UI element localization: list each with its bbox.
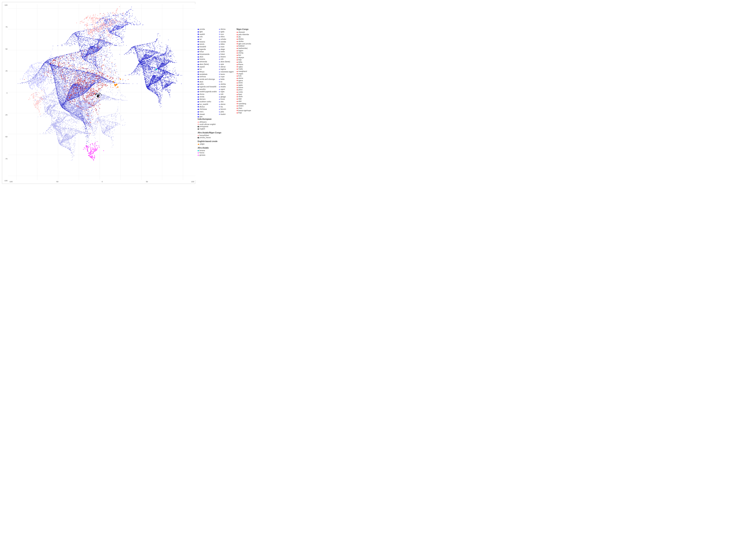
- legend-item-label: yoruba: [199, 28, 205, 31]
- legend-item: okirika: [219, 83, 235, 86]
- legend-item: etche: [237, 82, 252, 84]
- legend-item: luhya: [198, 51, 217, 53]
- legend-item-label: esan: [221, 46, 225, 48]
- legend-niger-congo-section: yorubaigboswahilizulutwitswanaisizulukis…: [198, 28, 257, 157]
- legend-item: ika: [219, 106, 235, 108]
- legend-dot-shape: [219, 76, 220, 77]
- legend-dot-shape: [219, 86, 220, 88]
- legend-dot-shape: [219, 39, 220, 40]
- y-axis-labels: 100 75 50 25 0 -25 -50 -75 -100: [2, 2, 8, 184]
- legend-aa: boranahausagerawa: [198, 150, 221, 157]
- legend-ec: pidgin: [198, 143, 221, 145]
- legend-item: akan: [198, 56, 217, 58]
- legend-item-label: siswati: [199, 113, 205, 116]
- legend-item: isixhosa: [198, 76, 217, 78]
- legend-item-label: anang: [238, 52, 243, 54]
- legend-dot-shape: [198, 29, 199, 30]
- legend-item: anang: [237, 52, 252, 54]
- legend-dot-shape: [237, 101, 238, 102]
- legend-item: yala mbembe: [237, 34, 252, 36]
- legend-dot-shape: [237, 55, 238, 56]
- legend-item-label: sotho: [199, 83, 204, 86]
- legend-item-label: swahili juganda arabic: [199, 91, 217, 93]
- legend-item-label: angas: [238, 73, 243, 75]
- legend-item: tagima: [219, 68, 235, 71]
- legend-item: epie: [219, 63, 235, 66]
- legend-dot-shape: [219, 56, 220, 58]
- legend-item: okirika: [237, 40, 252, 43]
- legend-item-label: etsako: [221, 86, 226, 88]
- legend-item: sepedi: [198, 66, 217, 68]
- legend-item: (awlnembe): [237, 47, 252, 50]
- legend-dot-shape: [198, 31, 199, 33]
- legend-item: nupe: [219, 76, 235, 78]
- legend-item: ibibio: [219, 43, 235, 46]
- legend-dot-shape: [198, 81, 199, 82]
- legend-item-label: benin: [221, 73, 225, 76]
- legend-item: jukun: [237, 89, 252, 91]
- legend-item: yoruba_hausa: [198, 137, 221, 139]
- legend-item-label: venda: [199, 96, 204, 98]
- y-label-0: 0: [2, 92, 7, 94]
- legend-dot-shape: [198, 106, 199, 107]
- legend-item: delta: [237, 61, 252, 63]
- legend-dot-shape: [198, 51, 199, 52]
- legend-item-label: eleme: [238, 77, 243, 80]
- y-label-100: 100: [2, 4, 7, 6]
- legend-dot-shape: [237, 32, 238, 33]
- legend-item: chichewa: [198, 108, 217, 111]
- legend-dot-shape: [237, 50, 238, 51]
- legend-item-label: ibibio: [221, 43, 225, 46]
- legend-dot-shape: [219, 41, 220, 42]
- legend-dot-shape: [198, 66, 199, 67]
- legend-dot-shape: [219, 66, 220, 67]
- legend-item: shona: [198, 93, 217, 96]
- legend-item: ogbia: [237, 66, 252, 68]
- legend-item-label: khana: [238, 63, 243, 66]
- legend-item-label: brass: [221, 98, 225, 101]
- legend-dot-shape: [237, 39, 238, 40]
- legend-item-label: luo: [199, 68, 202, 71]
- legend-dot-shape: [219, 49, 220, 50]
- legend-item: bette: [219, 78, 235, 81]
- legend-dot-shape: [219, 89, 220, 90]
- legend-item-label: afenai: [221, 66, 226, 68]
- legend-dot-shape: [198, 124, 199, 125]
- legend-item: ekene: [219, 103, 235, 106]
- legend-dot-shape: [219, 99, 220, 100]
- legend-item-label: swahili: [199, 33, 205, 36]
- legend-item-label: edo: [221, 58, 224, 61]
- legend-triangle-shape: [198, 144, 199, 145]
- legend-col3-wrapper: Niger-Congo ukwuaniyala mbembeafoebioboo…: [237, 28, 252, 118]
- legend-item: luganda and kiswahili: [198, 86, 217, 88]
- legend-item: iubi: [219, 93, 235, 96]
- legend-item-label: isixhosa: [199, 76, 206, 78]
- legend-item-label: nupe: [221, 76, 225, 78]
- legend-dot-shape: [237, 57, 238, 58]
- y-label-75: 75: [2, 26, 7, 28]
- legend-item-label: kulu: [238, 75, 242, 77]
- afro-asiatic-nc-section: Afro-Asiatic/Niger-Congo hausa/fulaniyor…: [198, 132, 221, 139]
- legend-item-label: afo: [238, 36, 241, 38]
- legend-item: ukwuani: [237, 31, 252, 34]
- chart-area: 100 75 50 25 0 -25 -50 -75 -100 -100 -50…: [2, 2, 195, 184]
- niger-congo-title: Niger-Congo: [237, 28, 252, 30]
- legend-dot-shape: [237, 66, 238, 67]
- english-creole-title: English-based creole: [198, 140, 221, 143]
- legend-item-label: ebiobo: [238, 38, 244, 40]
- legend-item: urhobo: [219, 38, 235, 41]
- scatter-canvas: [8, 4, 195, 180]
- main-container: 100 75 50 25 0 -25 -50 -75 -100 -100 -50…: [0, 0, 260, 186]
- legend-item: sesotho: [198, 88, 217, 91]
- legend-item: benom: [219, 108, 235, 111]
- legend-item: luo_swahili: [198, 103, 217, 106]
- legend-dot-shape: [219, 111, 220, 113]
- legend-dot-shape: [198, 46, 199, 48]
- legend-item-label: ukwuani: [238, 31, 245, 34]
- legend-dot-shape: [198, 44, 199, 45]
- legend-dot-shape: [237, 105, 238, 107]
- legend-item: swahili: [198, 33, 217, 36]
- legend-item: damara: [198, 98, 217, 101]
- legend-item: yoruba: [198, 28, 217, 31]
- legend-item-label: meru: [199, 111, 204, 113]
